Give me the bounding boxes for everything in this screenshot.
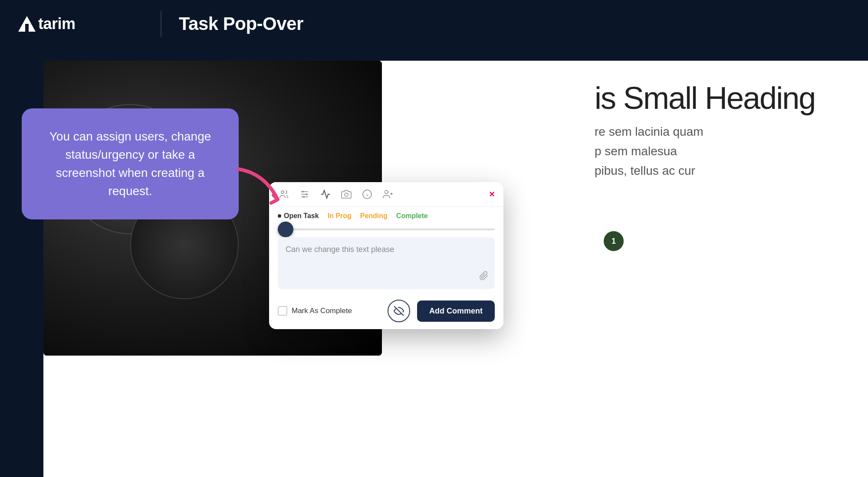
mark-complete-checkbox[interactable] [278, 306, 287, 316]
svg-point-6 [302, 191, 304, 193]
header: tarim Task Pop-Over [0, 0, 868, 48]
status-in-prog[interactable]: In Prog [328, 212, 352, 220]
main-content: is Small Heading re sem lacinia quam p s… [0, 48, 868, 477]
progress-thumb[interactable] [278, 222, 293, 237]
close-button[interactable]: × [489, 189, 495, 200]
logo-text: tarim [38, 15, 76, 33]
svg-point-7 [306, 193, 307, 195]
popover-toolbar: × [269, 182, 503, 207]
popover-footer: Mark As Complete Add Comment [269, 293, 503, 329]
avatar-badge: 1 [602, 230, 625, 252]
svg-point-9 [345, 193, 348, 196]
atarim-logo-icon [17, 14, 36, 33]
comment-area[interactable]: Can we change this text please [278, 237, 495, 289]
tooltip-bubble: You can assign users, change status/urge… [22, 108, 239, 219]
content-heading: is Small Heading [595, 82, 855, 114]
info-icon[interactable] [361, 188, 373, 200]
user-plus-icon[interactable] [382, 188, 394, 200]
arrow-icon [230, 165, 291, 217]
svg-rect-1 [25, 24, 29, 32]
mark-complete-label: Mark As Complete [292, 307, 352, 315]
camera-icon[interactable] [340, 188, 352, 200]
mark-complete-area: Mark As Complete [278, 306, 381, 316]
progress-track[interactable] [278, 229, 495, 230]
logo-area: tarim [17, 14, 143, 33]
header-divider [161, 11, 161, 37]
task-popover: × Open Task In Prog Pending Complete Can… [269, 182, 503, 329]
content-text: is Small Heading re sem lacinia quam p s… [595, 82, 855, 180]
content-body: re sem lacinia quam p sem malesua pibus,… [595, 122, 855, 180]
status-pending[interactable]: Pending [360, 212, 388, 220]
page-title: Task Pop-Over [179, 13, 303, 34]
status-bar: Open Task In Prog Pending Complete [269, 207, 503, 225]
eye-slash-button[interactable] [388, 300, 410, 322]
comment-placeholder: Can we change this text please [286, 245, 487, 254]
status-complete[interactable]: Complete [396, 212, 428, 220]
attach-icon[interactable] [479, 271, 489, 283]
progress-line [269, 225, 503, 234]
svg-point-13 [385, 190, 388, 194]
activity-icon[interactable] [319, 188, 332, 200]
sliders-icon[interactable] [299, 188, 311, 200]
add-comment-button[interactable]: Add Comment [417, 301, 495, 322]
svg-point-8 [303, 196, 305, 198]
